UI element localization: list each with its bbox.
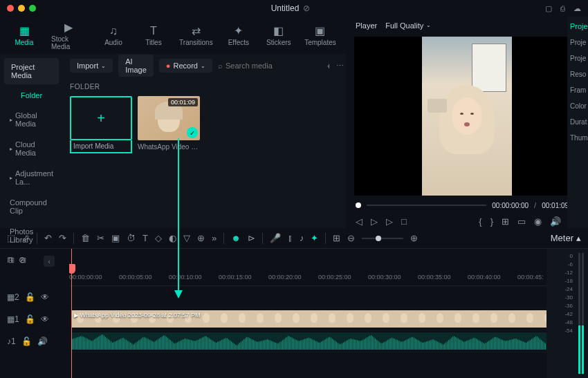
- play-icon[interactable]: ▷: [386, 216, 393, 227]
- timeline-toolbar: ⬚ ⬀ ↶ ↷ 🗑 ✂ ▣ ⏱ T ◇ ◐ ▽ ⊕ » ☻ ⊳ 🎤 ⫿ ♪ ✦ …: [0, 228, 588, 249]
- prev-frame-icon[interactable]: ◁: [356, 216, 362, 227]
- prop-row: Reso: [570, 70, 585, 78]
- mixer-icon[interactable]: ⫿: [288, 233, 293, 243]
- lock-icon[interactable]: 🔓: [25, 314, 35, 324]
- sidebar-item-global-media[interactable]: ▸Global Media: [4, 106, 59, 133]
- music-icon[interactable]: ♪: [300, 233, 304, 243]
- zoom-slider[interactable]: [362, 238, 403, 239]
- more-icon[interactable]: ⋯: [336, 62, 344, 70]
- camera-icon[interactable]: ◉: [534, 216, 542, 227]
- tab-templates[interactable]: ▣Templates: [302, 21, 339, 49]
- effects-icon: ✦: [234, 24, 243, 37]
- player-panel: Player Full Quality⌄ ▧ 00:00:00:00 / 00:…: [346, 17, 588, 228]
- lock-icon[interactable]: 🔓: [25, 292, 35, 302]
- search-field[interactable]: ⌕: [218, 62, 321, 70]
- mic-icon[interactable]: 🎤: [270, 233, 281, 243]
- quality-selector[interactable]: Full Quality⌄: [385, 21, 431, 30]
- speed-icon[interactable]: ⏱: [127, 233, 136, 243]
- sidebar-item-adjustment-layer[interactable]: ▸Adjustment La...: [4, 164, 59, 191]
- eye-icon[interactable]: 👁: [41, 292, 49, 302]
- magnet-icon[interactable]: ⊓: [7, 255, 13, 265]
- video-track-2[interactable]: [69, 286, 588, 308]
- crop-icon[interactable]: ▣: [111, 233, 120, 243]
- step-back-icon[interactable]: ▷: [371, 216, 378, 227]
- save-icon[interactable]: ⎙: [560, 4, 565, 13]
- record-button[interactable]: ●Record⌄: [159, 59, 212, 73]
- stop-icon[interactable]: □: [401, 216, 407, 227]
- mark-out-icon[interactable]: }: [490, 216, 493, 227]
- timeline-tracks[interactable]: 00:00:00:0000:00:05:0000:00:10:0000:00:1…: [69, 249, 588, 378]
- check-icon: ✓: [187, 127, 198, 138]
- track-header-video2[interactable]: ▦2 🔓 👁: [0, 286, 69, 308]
- split-icon[interactable]: ✂: [97, 233, 104, 243]
- render-icon[interactable]: ⊳: [248, 233, 255, 243]
- video-preview[interactable]: [354, 37, 580, 196]
- import-button[interactable]: Import⌄: [70, 59, 113, 73]
- filter-icon[interactable]: ⫞: [327, 62, 331, 70]
- undo-icon[interactable]: ↶: [44, 233, 52, 243]
- select-tool-icon[interactable]: ⬀: [22, 233, 30, 243]
- tab-effects[interactable]: ✦Effects: [221, 21, 256, 49]
- mute-icon[interactable]: 🔊: [37, 337, 48, 346]
- tab-media[interactable]: ▦Media: [7, 21, 42, 49]
- more-tools-icon[interactable]: »: [212, 233, 217, 243]
- project-media-header[interactable]: Project Media: [4, 58, 59, 84]
- ai-image-button[interactable]: AI Image: [118, 55, 154, 77]
- ai-icon[interactable]: ☻: [231, 233, 241, 243]
- meter-toggle[interactable]: Meter▴: [551, 233, 581, 243]
- mark-in-icon[interactable]: {: [479, 216, 481, 227]
- import-media-card[interactable]: + Import Media: [70, 96, 132, 153]
- properties-panel: Proje Proje Proje Locat Reso Fram Color …: [567, 17, 588, 228]
- lock-icon[interactable]: 🔓: [21, 337, 32, 346]
- beat-icon[interactable]: ✦: [311, 233, 318, 243]
- volume-icon[interactable]: 🔊: [550, 216, 561, 227]
- timeline-options: ⊓ ⊘: [0, 249, 69, 271]
- tab-titles[interactable]: TTitles: [136, 22, 171, 49]
- compare-icon[interactable]: ⊞: [502, 216, 509, 227]
- sidebar-item-cloud-media[interactable]: ▸Cloud Media: [4, 135, 59, 162]
- adjust-icon[interactable]: ⊕: [197, 233, 205, 243]
- keyframe-icon[interactable]: ◇: [155, 233, 162, 243]
- search-input[interactable]: [226, 62, 321, 70]
- export-icon[interactable]: ☁: [573, 4, 581, 13]
- media-toolbar: Import⌄ AI Image ●Record⌄ ⌕ ⫞ ⋯: [63, 54, 351, 77]
- annotation-arrow: [178, 138, 179, 297]
- sidebar-item-compound-clip[interactable]: Compound Clip: [4, 193, 59, 220]
- layout-icon[interactable]: ▢: [545, 4, 552, 13]
- video-track-1[interactable]: ▶ WhatsApp Video 2023-09-28 at 2:07:57 P…: [69, 308, 588, 330]
- display-icon[interactable]: ▭: [517, 216, 526, 227]
- clip-name: WhatsApp Video 202...: [138, 143, 200, 151]
- eye-icon[interactable]: 👁: [41, 314, 49, 324]
- video-clip[interactable]: ▶ WhatsApp Video 2023-09-28 at 2:07:57 P…: [71, 310, 588, 328]
- minimize-window-button[interactable]: [18, 5, 25, 12]
- media-clip-card[interactable]: 00:01:09 ✓ WhatsApp Video 202...: [138, 96, 200, 153]
- folder-section: Folder: [4, 87, 59, 104]
- tab-transitions[interactable]: ⇄Transitions: [176, 21, 216, 49]
- zoom-in-icon[interactable]: ⊕: [410, 233, 418, 243]
- delete-icon[interactable]: 🗑: [81, 233, 90, 243]
- snap-icon[interactable]: ⊞: [333, 233, 340, 243]
- audio-clip[interactable]: [71, 332, 588, 350]
- scrub-bar[interactable]: 00:00:00:00 / 00:01:09:19: [349, 198, 585, 212]
- plus-icon: +: [97, 111, 105, 126]
- redo-icon[interactable]: ↷: [59, 233, 66, 243]
- marker-icon[interactable]: ▽: [183, 233, 190, 243]
- track-header-audio1[interactable]: ♪1 🔓 🔊: [0, 330, 69, 352]
- prop-row: Durat: [570, 118, 585, 126]
- playhead[interactable]: [71, 249, 72, 378]
- timeline-ruler[interactable]: 00:00:00:0000:00:05:0000:00:10:0000:00:1…: [69, 271, 588, 286]
- tab-stickers[interactable]: ◧Stickers: [261, 21, 296, 49]
- close-window-button[interactable]: [7, 5, 14, 12]
- tab-stock-media[interactable]: ▶Stock Media: [47, 18, 91, 53]
- audio-track-1[interactable]: [69, 330, 588, 352]
- main-tabs: ▦Media ▶Stock Media ♫Audio TTitles ⇄Tran…: [0, 17, 346, 54]
- current-time: 00:00:00:00: [492, 202, 529, 209]
- pointer-tool-icon[interactable]: ⬚: [7, 233, 15, 243]
- tab-audio[interactable]: ♫Audio: [96, 22, 131, 49]
- link-icon[interactable]: ⊘: [19, 255, 26, 265]
- track-header-video1[interactable]: ▦1 🔓 👁: [0, 308, 69, 330]
- zoom-out-icon[interactable]: ⊖: [347, 233, 355, 243]
- text-icon[interactable]: T: [143, 233, 148, 243]
- maximize-window-button[interactable]: [29, 5, 36, 12]
- color-icon[interactable]: ◐: [169, 233, 176, 243]
